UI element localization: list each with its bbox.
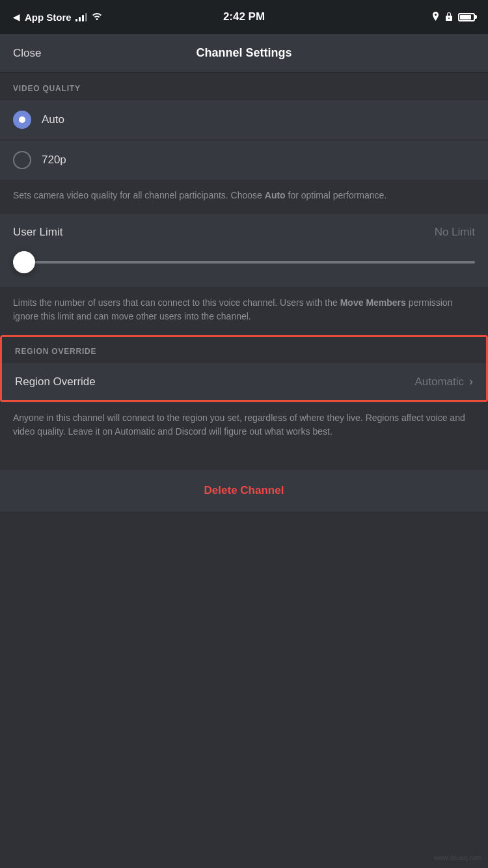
region-override-section-header: REGION OVERRIDE	[2, 337, 486, 363]
video-quality-section-header: VIDEO QUALITY	[0, 73, 488, 100]
video-quality-description: Sets camera video quality for all channe…	[0, 180, 488, 214]
lock-icon	[445, 12, 453, 23]
region-override-highlight: REGION OVERRIDE Region Override Automati…	[0, 335, 488, 402]
user-limit-slider-container[interactable]	[13, 251, 475, 274]
delete-channel-section: Delete Channel	[0, 470, 488, 511]
radio-720p-label: 720p	[42, 154, 66, 167]
radio-auto-label: Auto	[42, 113, 64, 126]
delete-channel-button[interactable]: Delete Channel	[204, 484, 284, 497]
user-limit-header: User Limit No Limit	[13, 226, 475, 239]
close-button[interactable]: Close	[13, 47, 41, 60]
region-override-description-text: Anyone in this channel will connect to t…	[13, 411, 475, 439]
region-value-container: Automatic ›	[414, 375, 473, 388]
radio-720p-icon	[13, 151, 31, 169]
region-override-label: Region Override	[15, 375, 96, 388]
user-limit-value: No Limit	[435, 226, 475, 239]
video-quality-card: Auto 720p	[0, 100, 488, 180]
status-bar: ◀ App Store 2:42 PM	[0, 0, 488, 34]
region-override-description-block: Anyone in this channel will connect to t…	[0, 402, 488, 450]
chevron-right-icon: ›	[469, 375, 473, 388]
bottom-spacer	[0, 511, 488, 590]
user-limit-slider[interactable]	[13, 261, 475, 264]
page-title: Channel Settings	[196, 46, 291, 60]
watermark: www.deuaq.com	[434, 854, 481, 861]
user-limit-label: User Limit	[13, 226, 63, 239]
user-limit-description-text: Limits the number of users that can conn…	[13, 296, 475, 323]
location-icon	[431, 12, 440, 23]
status-right	[431, 12, 475, 23]
nav-bar: Close Channel Settings	[0, 34, 488, 73]
status-time: 2:42 PM	[223, 10, 265, 23]
user-limit-section: User Limit No Limit	[0, 214, 488, 287]
video-quality-description-text: Sets camera video quality for all channe…	[13, 189, 475, 202]
region-override-value: Automatic	[414, 375, 464, 388]
radio-auto-icon	[13, 111, 31, 129]
region-override-section-label: REGION OVERRIDE	[15, 347, 96, 356]
radio-row-720p[interactable]: 720p	[0, 141, 488, 180]
status-left: ◀ App Store	[13, 11, 103, 23]
carrier-label: App Store	[25, 12, 72, 23]
user-limit-description-block: Limits the number of users that can conn…	[0, 287, 488, 335]
back-arrow-icon: ◀	[13, 12, 20, 22]
radio-row-auto[interactable]: Auto	[0, 100, 488, 140]
signal-bars-icon	[75, 12, 87, 21]
battery-icon	[458, 13, 475, 21]
region-override-row[interactable]: Region Override Automatic ›	[2, 363, 486, 400]
wifi-icon	[91, 11, 103, 23]
video-quality-label: VIDEO QUALITY	[13, 84, 81, 93]
